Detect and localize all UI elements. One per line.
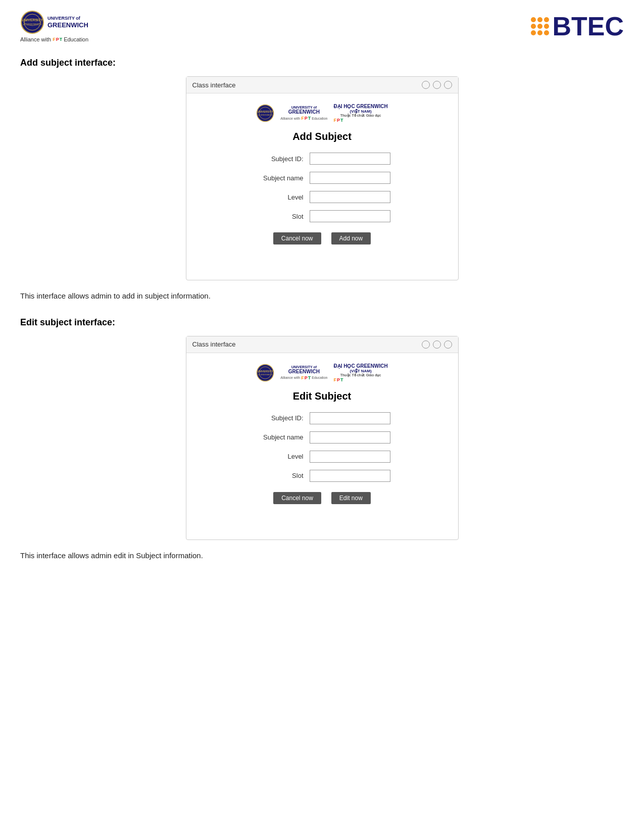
add-slot-label: Slot (254, 213, 310, 220)
add-subject-window: Class interface UNIVERSITY of GREENWICH … (186, 76, 459, 280)
add-subject-name-input[interactable] (310, 172, 390, 184)
edit-level-row: Level (202, 451, 443, 463)
svg-text:of GREENWICH: of GREENWICH (259, 373, 273, 375)
mini-fpt-icon: FPT (301, 116, 311, 121)
btec-logo: BTEC (531, 13, 624, 39)
edit-mini-dai-hoc-text: ĐẠI HỌC GREENWICH (VIỆT NAM) Thuộc Tổ ch… (333, 363, 387, 382)
mini-dai-hoc-text: ĐẠI HỌC GREENWICH (VIỆT NAM) Thuộc Tổ ch… (333, 104, 387, 123)
close-icon[interactable] (444, 81, 452, 89)
add-subject-id-label: Subject ID: (254, 155, 310, 163)
add-mini-header: UNIVERSITY of GREENWICH UNIVERSITY of GR… (202, 104, 443, 123)
alliance-text: Alliance with FPT Education (20, 36, 88, 42)
add-subject-name-row: Subject name (202, 172, 443, 184)
add-subject-section: Add subject interface: Class interface U… (20, 58, 624, 302)
greenwich-branding: UNIVERSITY of GREENWICH UNIVERSITY of GR… (20, 10, 88, 42)
edit-mini-header: UNIVERSITY of GREENWICH UNIVERSITY of GR… (202, 363, 443, 382)
edit-subject-id-row: Subject ID: (202, 412, 443, 424)
svg-text:UNIVERSITY: UNIVERSITY (258, 110, 274, 113)
maximize-icon[interactable] (433, 81, 441, 89)
edit-mini-fpt2-icon: FPT (333, 377, 343, 382)
add-form-title: Add Subject (202, 131, 443, 142)
add-subject-id-row: Subject ID: (202, 153, 443, 165)
add-cancel-button[interactable]: Cancel now (273, 232, 321, 244)
edit-form-buttons: Cancel now Edit now (202, 492, 443, 504)
edit-subject-section: Edit subject interface: Class interface … (20, 317, 624, 562)
add-level-label: Level (254, 193, 310, 201)
minimize-icon[interactable] (422, 81, 430, 89)
add-level-row: Level (202, 191, 443, 203)
edit-window-titlebar: Class interface (186, 336, 458, 353)
edit-subject-name-label: Subject name (254, 433, 310, 441)
edit-window-controls (422, 340, 452, 349)
edit-level-input[interactable] (310, 451, 390, 463)
add-window-body: UNIVERSITY of GREENWICH UNIVERSITY of GR… (186, 93, 458, 280)
edit-subject-heading: Edit subject interface: (20, 317, 624, 328)
mini-emblem-icon: UNIVERSITY of GREENWICH (256, 104, 274, 122)
fpt-logo-icon: FPT (53, 37, 62, 42)
svg-point-0 (21, 11, 43, 33)
svg-text:of GREENWICH: of GREENWICH (259, 114, 273, 116)
add-slot-row: Slot (202, 210, 443, 222)
edit-subject-name-row: Subject name (202, 431, 443, 444)
edit-close-icon[interactable] (444, 340, 452, 349)
add-now-button[interactable]: Add now (331, 232, 371, 244)
svg-text:UNIVERSITY: UNIVERSITY (258, 369, 274, 372)
page-header: UNIVERSITY of GREENWICH UNIVERSITY of GR… (20, 10, 624, 42)
greenwich-name: UNIVERSITY of GREENWICH (47, 16, 88, 29)
svg-point-8 (257, 364, 274, 381)
mini-greenwich-left: UNIVERSITY of GREENWICH Alliance with FP… (280, 106, 327, 121)
add-slot-input[interactable] (310, 210, 390, 222)
add-level-input[interactable] (310, 191, 390, 203)
mini-fpt2-icon: FPT (333, 118, 343, 123)
edit-description: This interface allows admin edit in Subj… (20, 550, 624, 562)
add-subject-heading: Add subject interface: (20, 58, 624, 68)
edit-subject-id-input[interactable] (310, 412, 390, 424)
svg-point-4 (257, 105, 274, 122)
edit-slot-label: Slot (254, 472, 310, 479)
edit-minimize-icon[interactable] (422, 340, 430, 349)
greenwich-logo: UNIVERSITY of GREENWICH UNIVERSITY of GR… (20, 10, 88, 34)
svg-text:of GREENWICH: of GREENWICH (23, 23, 42, 26)
add-subject-id-input[interactable] (310, 153, 390, 165)
add-subject-name-label: Subject name (254, 174, 310, 182)
mini-alliance-text: Alliance with FPT Education (280, 116, 327, 121)
edit-cancel-button[interactable]: Cancel now (273, 492, 321, 504)
edit-window-title: Class interface (192, 340, 236, 348)
add-description: This interface allows admin to add in su… (20, 290, 624, 302)
edit-mini-emblem-icon: UNIVERSITY of GREENWICH (256, 364, 274, 382)
add-window-titlebar: Class interface (186, 77, 458, 93)
edit-subject-id-label: Subject ID: (254, 414, 310, 422)
btec-label: BTEC (552, 13, 624, 39)
edit-subject-window: Class interface UNIVERSITY of GREENWICH … (186, 336, 459, 540)
add-form-buttons: Cancel now Add now (202, 232, 443, 244)
edit-form-title: Edit Subject (202, 390, 443, 402)
edit-mini-greenwich-left: UNIVERSITY of GREENWICH Alliance with FP… (280, 365, 327, 380)
add-window-controls (422, 81, 452, 89)
edit-maximize-icon[interactable] (433, 340, 441, 349)
edit-now-button[interactable]: Edit now (331, 492, 371, 504)
edit-slot-row: Slot (202, 470, 443, 482)
edit-mini-alliance-text: Alliance with FPT Education (280, 375, 327, 380)
edit-level-label: Level (254, 453, 310, 460)
add-window-title: Class interface (192, 81, 236, 89)
edit-subject-name-input[interactable] (310, 431, 390, 444)
greenwich-emblem-icon: UNIVERSITY of GREENWICH (20, 10, 44, 34)
edit-mini-fpt-icon: FPT (301, 375, 311, 380)
edit-window-body: UNIVERSITY of GREENWICH UNIVERSITY of GR… (186, 353, 458, 539)
btec-dots-icon (531, 17, 549, 35)
edit-slot-input[interactable] (310, 470, 390, 482)
